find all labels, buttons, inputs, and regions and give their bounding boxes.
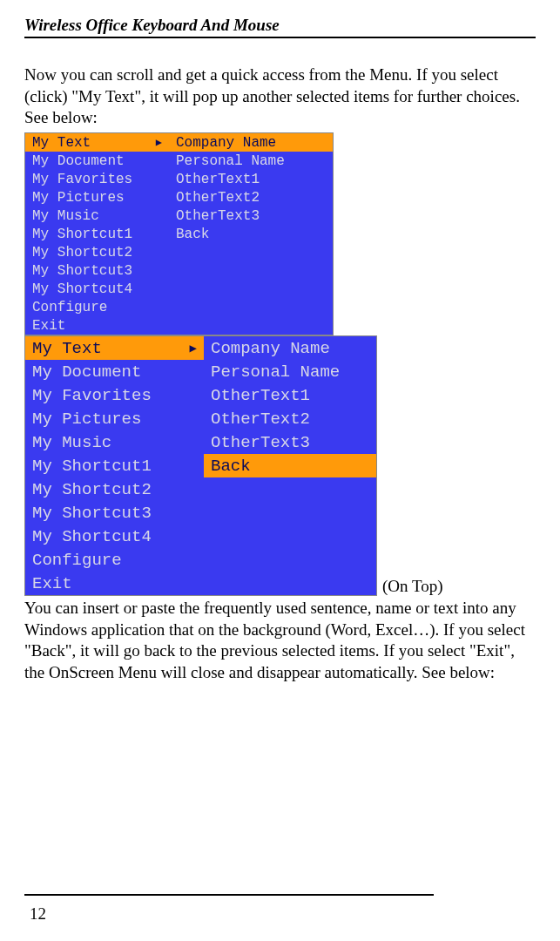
menu-item-label: Configure: [32, 300, 107, 315]
menu-item-my-shortcut2[interactable]: My Shortcut2: [25, 243, 169, 261]
menu-item-my-shortcut4[interactable]: My Shortcut4: [25, 280, 169, 298]
menu-item-my-favorites[interactable]: My Favorites: [25, 383, 204, 407]
menu-item-my-shortcut3[interactable]: My Shortcut3: [25, 261, 169, 280]
chevron-right-icon: ▶: [156, 136, 162, 149]
menu-item-label: Personal Name: [176, 153, 285, 169]
header-title: Wireless Office Keyboard And Mouse: [24, 16, 280, 34]
menu-item-exit[interactable]: Exit: [25, 316, 169, 335]
submenu-item-back[interactable]: Back: [204, 454, 376, 477]
submenu-item-othertext1[interactable]: OtherText1: [169, 170, 333, 188]
menu-item-label: My Shortcut2: [32, 480, 152, 499]
chevron-right-icon: ▶: [190, 341, 197, 355]
menu-item-label: Configure: [32, 551, 122, 570]
menu-item-label: OtherText1: [176, 172, 260, 187]
menu2-right-column: Company Name Personal Name OtherText1 Ot…: [204, 336, 376, 595]
menu-item-label: My Document: [32, 153, 125, 169]
menu-item-my-text[interactable]: My Text ▶: [25, 133, 169, 152]
menu-item-exit[interactable]: Exit: [25, 572, 204, 595]
menu-item-label: My Shortcut3: [32, 263, 132, 279]
menu-item-label: OtherText2: [211, 410, 310, 429]
menu-item-label: My Music: [32, 208, 99, 224]
menu-item-my-document[interactable]: My Document: [25, 360, 204, 383]
submenu-item-othertext3[interactable]: OtherText3: [204, 430, 376, 454]
submenu-item-othertext1[interactable]: OtherText1: [204, 383, 376, 407]
menu-item-label: My Shortcut4: [32, 527, 152, 546]
submenu-item-company-name[interactable]: Company Name: [169, 133, 333, 152]
footer: 12: [24, 894, 536, 924]
menu-item-label: My Text: [32, 339, 102, 358]
submenu-item-personal-name[interactable]: Personal Name: [169, 152, 333, 170]
menus-container: My Text ▶ My Document My Favorites My Pi…: [24, 132, 536, 596]
menu-item-my-document[interactable]: My Document: [25, 152, 169, 170]
menu-item-my-pictures[interactable]: My Pictures: [25, 407, 204, 430]
menu-item-label: Company Name: [176, 135, 276, 151]
paragraph-1: Now you can scroll and get a quick acces…: [24, 64, 536, 129]
menu-item-my-shortcut1[interactable]: My Shortcut1: [25, 454, 204, 477]
menu-item-label: My Shortcut2: [32, 245, 132, 261]
menu-item-label: Personal Name: [211, 362, 340, 382]
submenu-item-othertext2[interactable]: OtherText2: [204, 407, 376, 430]
menu1-right-column: Company Name Personal Name OtherText1 Ot…: [169, 133, 333, 335]
menu-item-label: Exit: [32, 574, 72, 593]
menu-item-my-shortcut1[interactable]: My Shortcut1: [25, 225, 169, 243]
page-number: 12: [24, 904, 536, 924]
menu-item-my-pictures[interactable]: My Pictures: [25, 188, 169, 206]
menu2-left-column: My Text ▶ My Document My Favorites My Pi…: [25, 336, 204, 595]
submenu-item-company-name[interactable]: Company Name: [204, 336, 376, 360]
submenu-item-othertext3[interactable]: OtherText3: [169, 206, 333, 225]
submenu-item-personal-name[interactable]: Personal Name: [204, 360, 376, 383]
menu-item-my-shortcut3[interactable]: My Shortcut3: [25, 501, 204, 525]
menu-item-label: Back: [176, 227, 209, 242]
menu-item-configure[interactable]: Configure: [25, 548, 204, 572]
menu-item-label: OtherText3: [211, 433, 310, 452]
submenu-item-othertext2[interactable]: OtherText2: [169, 188, 333, 206]
footer-rule: [24, 894, 434, 896]
menu-item-label: My Shortcut4: [32, 281, 132, 297]
menu-item-label: My Shortcut1: [32, 457, 152, 476]
menu-item-label: OtherText3: [176, 208, 260, 224]
menu-item-my-music[interactable]: My Music: [25, 430, 204, 454]
menu-item-my-favorites[interactable]: My Favorites: [25, 170, 169, 188]
menu-item-label: Exit: [32, 318, 65, 334]
menu-item-label: My Text: [32, 135, 91, 151]
menu-block-1: My Text ▶ My Document My Favorites My Pi…: [24, 132, 334, 335]
menu-item-label: My Pictures: [32, 410, 141, 429]
menu-item-label: My Shortcut1: [32, 227, 132, 242]
menu-filler: [169, 243, 333, 335]
menu-item-label: Back: [211, 457, 251, 476]
menu-item-label: My Shortcut3: [32, 504, 152, 523]
paragraph-2: You can insert or paste the frequently u…: [24, 598, 536, 684]
menu-item-label: My Favorites: [32, 172, 132, 187]
header: Wireless Office Keyboard And Mouse: [24, 16, 536, 38]
menu-filler: [204, 477, 376, 595]
submenu-item-back[interactable]: Back: [169, 225, 333, 243]
menu-item-my-shortcut2[interactable]: My Shortcut2: [25, 477, 204, 501]
menu-item-label: OtherText1: [211, 386, 310, 405]
menu-block-2: My Text ▶ My Document My Favorites My Pi…: [24, 335, 377, 596]
menu-item-label: Company Name: [211, 339, 330, 358]
menu-item-label: My Music: [32, 433, 111, 452]
menu-item-label: My Pictures: [32, 190, 125, 206]
on-top-note: (On Top): [382, 577, 443, 596]
menu-item-configure[interactable]: Configure: [25, 298, 169, 316]
menu1-left-column: My Text ▶ My Document My Favorites My Pi…: [25, 133, 169, 335]
menu-item-my-shortcut4[interactable]: My Shortcut4: [25, 525, 204, 548]
menu-item-my-music[interactable]: My Music: [25, 206, 169, 225]
menu-item-label: OtherText2: [176, 190, 260, 206]
menu-item-label: My Document: [32, 362, 141, 382]
menu-item-label: My Favorites: [32, 386, 152, 405]
menu-item-my-text[interactable]: My Text ▶: [25, 336, 204, 360]
